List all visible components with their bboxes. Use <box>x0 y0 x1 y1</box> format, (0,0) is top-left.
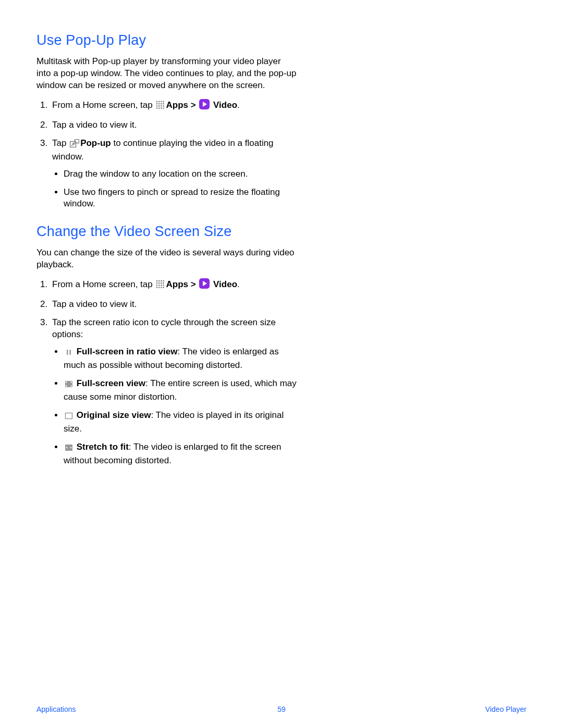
footer-left: Applications <box>36 705 76 713</box>
step1-apps-label: Apps > <box>166 100 198 110</box>
svg-rect-41 <box>66 413 72 418</box>
s2-step1-suffix: . <box>237 279 240 289</box>
step1-suffix: . <box>237 100 240 110</box>
section2-intro: You can change the size of the video is … <box>36 247 297 271</box>
svg-point-1 <box>158 101 160 102</box>
section2-step3: Tap the screen ratio icon to cycle throu… <box>50 317 297 466</box>
fullscreen-view-icon <box>65 379 73 391</box>
apps-grid-icon <box>156 101 165 113</box>
svg-point-5 <box>158 103 160 105</box>
svg-rect-38 <box>67 350 68 355</box>
section2-step1: From a Home screen, tap Apps > Video. <box>50 278 297 292</box>
svg-point-34 <box>161 287 162 288</box>
section1-title: Use Pop-Up Play <box>36 32 297 48</box>
section1-step3: Tap Pop-up to continue playing the video… <box>50 138 297 211</box>
section1-bullet2: Use two fingers to pinch or spread to re… <box>64 187 297 211</box>
content-column: Use Pop-Up Play Multitask with Pop-up pl… <box>36 32 297 467</box>
step3-prefix: Tap <box>52 138 69 148</box>
section2-step2: Tap a video to view it. <box>50 299 297 311</box>
section2-title: Change the Video Screen Size <box>36 224 297 240</box>
svg-point-15 <box>163 107 165 109</box>
svg-rect-39 <box>70 350 71 355</box>
s2-step1-apps-label: Apps > <box>166 279 198 289</box>
svg-point-14 <box>161 107 162 109</box>
svg-point-8 <box>156 105 158 107</box>
section2-bullet1: Full-screen in ratio view: The video is … <box>64 346 297 372</box>
svg-point-29 <box>158 285 160 286</box>
section2-sub-bullets: Full-screen in ratio view: The video is … <box>52 346 297 467</box>
svg-point-3 <box>163 101 165 102</box>
svg-point-22 <box>161 280 162 282</box>
apps-grid-icon <box>156 280 165 292</box>
svg-point-11 <box>163 105 165 107</box>
section1-intro: Multitask with Pop-up player by transfor… <box>36 56 297 92</box>
svg-point-24 <box>156 282 158 284</box>
section2-bullet2: Full-screen view: The entire screen is u… <box>64 378 297 403</box>
page-footer: Applications 59 Video Player <box>36 705 527 713</box>
b4-bold: Stretch to fit <box>74 442 129 452</box>
footer-page-number: 59 <box>277 705 286 713</box>
section1-sub-bullets: Drag the window to any location on the s… <box>52 168 297 211</box>
svg-point-6 <box>161 103 162 105</box>
stretch-fit-icon <box>65 443 73 455</box>
svg-point-28 <box>156 285 158 286</box>
s2-step1-prefix: From a Home screen, tap <box>52 279 155 289</box>
svg-point-21 <box>158 280 160 282</box>
ratio-view-icon <box>65 348 73 360</box>
svg-point-9 <box>158 105 160 107</box>
svg-point-4 <box>156 103 158 105</box>
svg-point-10 <box>161 105 162 107</box>
original-size-icon <box>65 411 73 423</box>
s2-step3-text: Tap the screen ratio icon to cycle throu… <box>52 317 276 339</box>
section1-step1: From a Home screen, tap Apps > Video. <box>50 99 297 113</box>
b1-bold: Full-screen in ratio view <box>74 347 177 356</box>
step1-video-label: Video <box>211 100 237 110</box>
step3-popup-label: Pop-up <box>80 138 111 148</box>
svg-point-26 <box>161 282 162 284</box>
svg-point-25 <box>158 282 160 284</box>
svg-point-12 <box>156 107 158 109</box>
svg-point-23 <box>163 280 165 282</box>
svg-point-0 <box>156 101 158 102</box>
document-page: Use Pop-Up Play Multitask with Pop-up pl… <box>0 0 563 728</box>
svg-point-2 <box>161 101 162 102</box>
b3-bold: Original size view <box>74 410 151 420</box>
section2-bullet3: Original size view: The video is played … <box>64 410 297 435</box>
step1-prefix: From a Home screen, tap <box>52 100 155 110</box>
popup-icon <box>70 139 79 151</box>
svg-point-7 <box>163 103 165 105</box>
section1-step2: Tap a video to view it. <box>50 119 297 131</box>
svg-point-27 <box>163 282 165 284</box>
footer-right: Video Player <box>485 705 527 713</box>
section2-steps: From a Home screen, tap Apps > Video. Ta… <box>36 278 297 466</box>
video-app-icon <box>199 99 210 113</box>
section1-bullet1: Drag the window to any location on the s… <box>64 168 297 180</box>
svg-point-30 <box>161 285 162 286</box>
section1-steps: From a Home screen, tap Apps > Video. Ta… <box>36 99 297 211</box>
svg-point-13 <box>158 107 160 109</box>
s2-step1-video-label: Video <box>211 279 237 289</box>
svg-point-33 <box>158 287 160 288</box>
video-app-icon <box>199 278 210 292</box>
section2-bullet4: Stretch to fit: The video is enlarged to… <box>64 441 297 467</box>
svg-point-32 <box>156 287 158 288</box>
svg-point-35 <box>163 287 165 288</box>
svg-point-20 <box>156 280 158 282</box>
svg-point-31 <box>163 285 165 286</box>
b2-bold: Full-screen view <box>74 378 145 388</box>
